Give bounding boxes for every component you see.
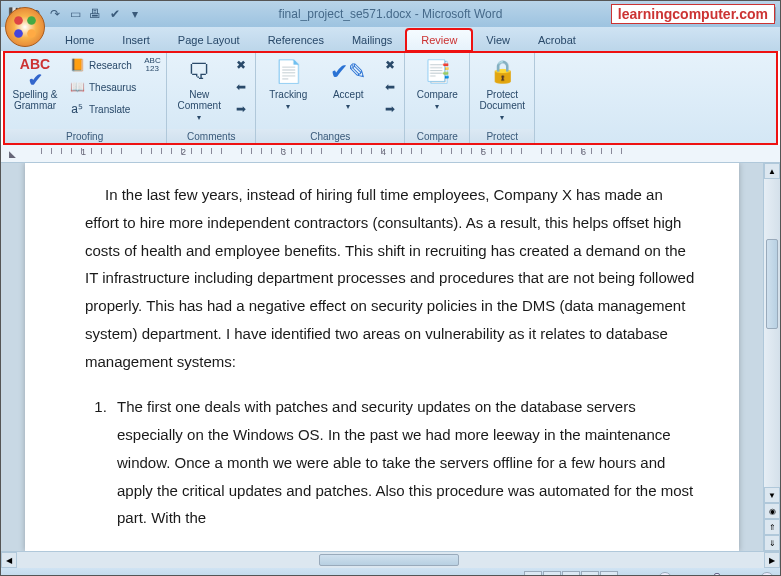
document-page[interactable]: In the last few years, instead of hiring…: [25, 163, 739, 551]
compare-button[interactable]: 📑 Compare: [409, 53, 465, 123]
next-icon: ➡: [233, 102, 249, 116]
qat-dropdown-icon[interactable]: ▾: [127, 6, 143, 22]
prev-comment-button[interactable]: ⬅: [231, 77, 251, 97]
zoom-control: 100% − +: [628, 572, 774, 576]
ribbon-tabs: Home Insert Page Layout References Maili…: [1, 27, 780, 51]
accept-button[interactable]: ✔✎ Accept: [320, 53, 376, 123]
hscroll-thumb[interactable]: [319, 554, 459, 566]
research-button[interactable]: 📙Research: [67, 55, 138, 75]
tracking-icon: 📄: [275, 57, 302, 87]
group-compare: 📑 Compare Compare: [405, 51, 470, 144]
new-icon[interactable]: ▭: [67, 6, 83, 22]
spellcheck-icon[interactable]: ✔: [107, 6, 123, 22]
delete-comment-button[interactable]: ✖: [231, 55, 251, 75]
tab-references[interactable]: References: [254, 30, 338, 51]
spelling-grammar-button[interactable]: ABC✔ Spelling & Grammar: [7, 53, 63, 123]
delete-comment-icon: ✖: [233, 58, 249, 72]
lock-icon: 🔒: [489, 57, 516, 87]
scroll-down-button[interactable]: ▼: [764, 487, 780, 503]
ribbon: ABC✔ Spelling & Grammar 📙Research 📖Thesa…: [3, 51, 778, 145]
group-label-comments: Comments: [167, 129, 255, 144]
full-screen-view-button[interactable]: ▦: [543, 571, 561, 576]
next-page-button[interactable]: ⇓: [764, 535, 780, 551]
wordcount-icon: ABC 123: [144, 57, 160, 73]
protect-document-button[interactable]: 🔒 Protect Document: [474, 53, 530, 123]
spellcheck-abc-icon: ABC✔: [20, 57, 50, 87]
thesaurus-button[interactable]: 📖Thesaurus: [67, 77, 138, 97]
tracking-button[interactable]: 📄 Tracking: [260, 53, 316, 123]
group-comments: 🗨 New Comment ✖ ⬅ ➡ Comments: [167, 51, 256, 144]
zoom-out-button[interactable]: −: [658, 572, 672, 576]
group-label-protect: Protect: [470, 129, 534, 144]
svg-point-0: [14, 16, 23, 25]
vertical-scrollbar[interactable]: ▲ ▼ ◉ ⇑ ⇓: [763, 163, 780, 551]
next-change-button[interactable]: ➡: [380, 99, 400, 119]
thesaurus-icon: 📖: [69, 80, 85, 94]
svg-point-3: [27, 29, 36, 38]
comment-icon: 🗨: [188, 57, 210, 87]
vscroll-thumb[interactable]: [766, 239, 778, 329]
research-icon: 📙: [69, 58, 85, 72]
browse-object-button[interactable]: ◉: [764, 503, 780, 519]
group-label-proofing: Proofing: [3, 129, 166, 144]
compare-icon: 📑: [424, 57, 451, 87]
document-area: In the last few years, instead of hiring…: [1, 163, 780, 551]
outline-view-button[interactable]: ☰: [581, 571, 599, 576]
group-label-changes: Changes: [256, 129, 404, 144]
redo-icon[interactable]: ↷: [47, 6, 63, 22]
svg-point-2: [14, 29, 23, 38]
prev-change-button[interactable]: ⬅: [380, 77, 400, 97]
scroll-right-button[interactable]: ▶: [764, 552, 780, 568]
prev-icon: ⬅: [233, 80, 249, 94]
office-button[interactable]: [5, 7, 45, 47]
watermark-label: learningcomputer.com: [611, 4, 775, 24]
wordcount-button[interactable]: ABC 123: [142, 55, 162, 75]
svg-point-1: [27, 16, 36, 25]
tab-review[interactable]: Review: [406, 29, 472, 51]
list-item-1[interactable]: The first one deals with patches and sec…: [111, 393, 699, 532]
status-bar: Page: 3 of 9 Words: 2,296 ✔ ▤ ▦ ▥ ☰ ▭ 10…: [1, 568, 780, 576]
prev-change-icon: ⬅: [382, 80, 398, 94]
group-label-compare: Compare: [405, 129, 469, 144]
tab-acrobat[interactable]: Acrobat: [524, 30, 590, 51]
next-comment-button[interactable]: ➡: [231, 99, 251, 119]
web-layout-view-button[interactable]: ▥: [562, 571, 580, 576]
reject-icon: ✖: [382, 58, 398, 72]
print-layout-view-button[interactable]: ▤: [524, 571, 542, 576]
new-comment-button[interactable]: 🗨 New Comment: [171, 53, 227, 123]
next-change-icon: ➡: [382, 102, 398, 116]
group-changes: 📄 Tracking ✔✎ Accept ✖ ⬅ ➡ Changes: [256, 51, 405, 144]
horizontal-scrollbar[interactable]: ◀ ▶: [1, 551, 780, 568]
paragraph-1[interactable]: In the last few years, instead of hiring…: [85, 181, 699, 375]
tab-page-layout[interactable]: Page Layout: [164, 30, 254, 51]
scroll-left-button[interactable]: ◀: [1, 552, 17, 568]
tab-insert[interactable]: Insert: [108, 30, 164, 51]
scroll-up-button[interactable]: ▲: [764, 163, 780, 179]
prev-page-button[interactable]: ⇑: [764, 519, 780, 535]
view-buttons: ▤ ▦ ▥ ☰ ▭: [524, 571, 618, 576]
tab-mailings[interactable]: Mailings: [338, 30, 406, 51]
translate-button[interactable]: a⁵Translate: [67, 99, 138, 119]
hscroll-track[interactable]: [33, 552, 748, 568]
translate-icon: a⁵: [69, 102, 85, 116]
ruler-corner-icon: ◣: [9, 149, 16, 159]
group-proofing: ABC✔ Spelling & Grammar 📙Research 📖Thesa…: [3, 51, 167, 144]
tab-home[interactable]: Home: [51, 30, 108, 51]
window-title: final_project_se571.docx - Microsoft Wor…: [279, 7, 503, 21]
tab-view[interactable]: View: [472, 30, 524, 51]
reject-button[interactable]: ✖: [380, 55, 400, 75]
print-icon[interactable]: 🖶: [87, 6, 103, 22]
horizontal-ruler[interactable]: ◣ 123456: [1, 145, 780, 163]
accept-icon: ✔✎: [330, 57, 366, 87]
vscroll-track[interactable]: [764, 179, 780, 487]
draft-view-button[interactable]: ▭: [600, 571, 618, 576]
zoom-in-button[interactable]: +: [760, 572, 774, 576]
group-protect: 🔒 Protect Document Protect: [470, 51, 535, 144]
